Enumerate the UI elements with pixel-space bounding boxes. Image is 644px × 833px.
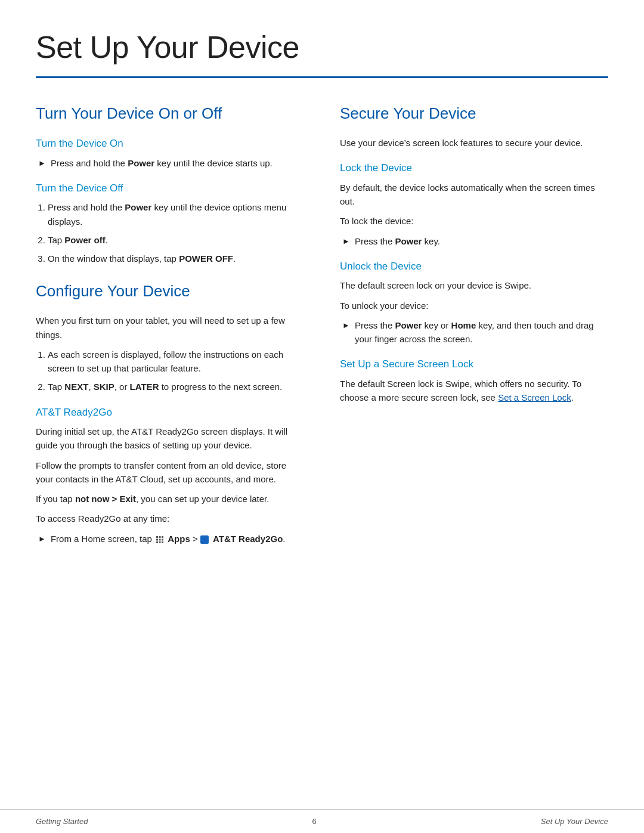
configure-step-1: As each screen is displayed, follow the …	[48, 348, 304, 376]
subsection-att-ready2go-title: AT&T Ready2Go	[36, 405, 304, 420]
bullet-arrow-icon-3: ►	[342, 236, 350, 247]
subsection-turn-off-title: Turn the Device Off	[36, 181, 304, 196]
ready2go-p1: During initial set up, the AT&T Ready2Go…	[36, 425, 304, 453]
title-divider	[36, 76, 608, 78]
bullet-arrow-icon-2: ►	[38, 533, 46, 545]
svg-rect-7	[159, 541, 161, 543]
ready2go-app-icon	[200, 535, 209, 544]
svg-rect-1	[159, 536, 161, 538]
svg-rect-0	[156, 536, 158, 538]
set-screen-lock-link[interactable]: Set a Screen Lock	[498, 392, 571, 402]
turn-off-list: Press and hold the Power key until the d…	[36, 200, 304, 265]
page-footer: Getting Started 6 Set Up Your Device	[0, 809, 644, 834]
configure-section: Configure Your Device When you first tur…	[36, 280, 304, 546]
screen-lock-text-suffix: .	[571, 392, 574, 402]
svg-rect-6	[156, 541, 158, 543]
turn-off-step-2: Tap Power off.	[48, 233, 304, 247]
unlock-p1: The default screen lock on your device i…	[340, 278, 608, 292]
ready2go-bullet-text: From a Home screen, tap	[51, 532, 286, 546]
footer-right-label: Set Up Your Device	[541, 816, 608, 828]
page-title: Set Up Your Device	[36, 24, 608, 70]
svg-rect-4	[159, 538, 161, 540]
ready2go-p4: To access Ready2Go at any time:	[36, 512, 304, 525]
subsection-turn-on-title: Turn the Device On	[36, 136, 304, 151]
ready2go-p2: Follow the prompts to transfer content f…	[36, 459, 304, 487]
page: Set Up Your Device Turn Your Device On o…	[0, 0, 644, 833]
subsection-screen-lock-title: Set Up a Secure Screen Lock	[340, 357, 608, 372]
lock-p1: By default, the device locks automatical…	[340, 181, 608, 209]
screen-lock-p1: The default Screen lock is Swipe, which …	[340, 377, 608, 405]
bullet-arrow-icon: ►	[38, 157, 46, 169]
subsection-lock-title: Lock the Device	[340, 160, 608, 176]
secure-intro: Use your device’s screen lock features t…	[340, 136, 608, 150]
unlock-bullet-text: Press the Power key or Home key, and the…	[355, 318, 608, 346]
bullet-arrow-icon-4: ►	[342, 320, 350, 332]
lock-bullet-text: Press the Power key.	[355, 234, 440, 248]
ready2go-p3: If you tap not now > Exit, you can set u…	[36, 492, 304, 506]
left-column: Turn Your Device On or Off Turn the Devi…	[36, 97, 304, 550]
svg-rect-8	[162, 541, 163, 543]
footer-page-number: 6	[312, 816, 317, 828]
subsection-unlock-title: Unlock the Device	[340, 259, 608, 274]
svg-rect-2	[162, 536, 163, 538]
two-column-layout: Turn Your Device On or Off Turn the Devi…	[36, 97, 608, 550]
section-configure-title: Configure Your Device	[36, 280, 304, 303]
svg-rect-5	[162, 538, 163, 540]
turn-off-step-3: On the window that displays, tap POWER O…	[48, 252, 304, 265]
section-turn-on-off-title: Turn Your Device On or Off	[36, 102, 304, 125]
lock-p2: To lock the device:	[340, 214, 608, 228]
footer-left-label: Getting Started	[36, 816, 88, 828]
ready2go-bullet: ► From a Home screen, tap	[36, 532, 304, 546]
unlock-bullet: ► Press the Power key or Home key, and t…	[340, 318, 608, 346]
turn-on-bullet: ► Press and hold the Power key until the…	[36, 156, 304, 170]
main-content: Set Up Your Device Turn Your Device On o…	[0, 0, 644, 833]
turn-on-bullet-text: Press and hold the Power key until the d…	[51, 156, 273, 170]
apps-icon	[156, 535, 164, 544]
configure-intro: When you first turn on your tablet, you …	[36, 314, 304, 342]
svg-rect-3	[156, 538, 158, 540]
turn-off-step-1: Press and hold the Power key until the d…	[48, 200, 304, 228]
unlock-p2: To unlock your device:	[340, 299, 608, 312]
right-column: Secure Your Device Use your device’s scr…	[340, 97, 608, 550]
configure-list: As each screen is displayed, follow the …	[36, 348, 304, 394]
section-secure-title: Secure Your Device	[340, 102, 608, 125]
lock-bullet: ► Press the Power key.	[340, 234, 608, 248]
configure-step-2: Tap NEXT, SKIP, or LATER to progress to …	[48, 380, 304, 394]
